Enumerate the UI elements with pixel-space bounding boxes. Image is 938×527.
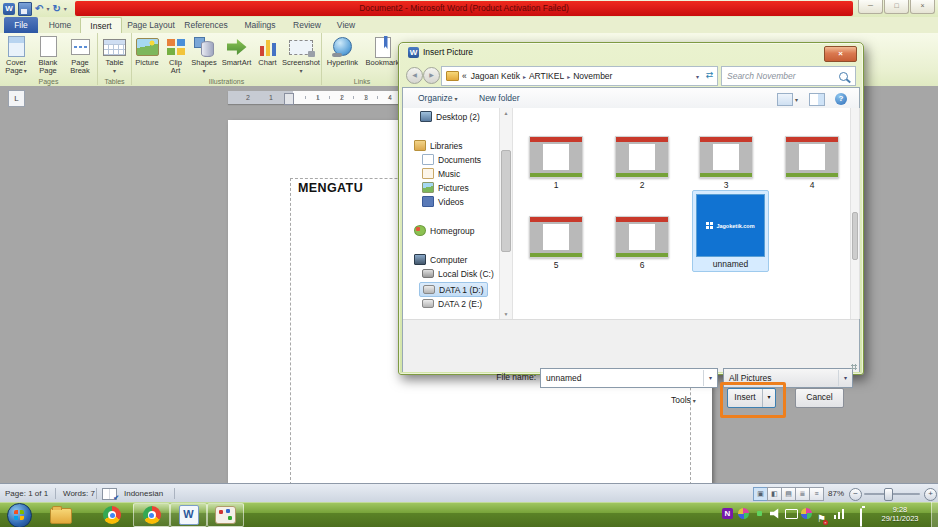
shapes-button[interactable]: Shapes▾ (189, 34, 219, 77)
zoom-level[interactable]: 87% (828, 489, 844, 498)
file-item-5[interactable]: 5 (521, 216, 591, 270)
nav-item-libraries[interactable]: Libraries (411, 139, 466, 152)
organize-menu[interactable]: Organize▾ (418, 93, 458, 103)
view-draft-button[interactable]: ≡ (809, 487, 824, 501)
views-button[interactable]: ▾ (777, 93, 798, 106)
close-button[interactable]: × (910, 0, 935, 14)
tray-battery-icon[interactable] (860, 508, 862, 527)
dialog-help-button[interactable]: ? (835, 93, 847, 105)
nav-item-documents[interactable]: Documents (419, 153, 484, 166)
tray-onenote-icon[interactable]: N (722, 508, 733, 519)
cover-page-button[interactable]: CoverPage▾ (0, 34, 32, 77)
cancel-button[interactable]: Cancel (795, 388, 844, 408)
scrollbar-thumb[interactable] (501, 150, 511, 252)
language-indicator[interactable]: Indonesian (124, 489, 163, 498)
dropdown-icon[interactable]: ▾ (838, 370, 852, 386)
preview-pane-button[interactable] (809, 93, 825, 106)
show-desktop-button[interactable] (931, 502, 938, 527)
nav-item-data2-e[interactable]: DATA 2 (E:) (419, 297, 485, 310)
breadcrumb-item[interactable]: Jagoan Ketik (471, 71, 520, 81)
tab-page-layout[interactable]: Page Layout (124, 17, 178, 33)
zoom-slider-thumb[interactable] (884, 488, 893, 501)
tray-app-icon[interactable] (801, 508, 812, 519)
scroll-up-icon[interactable]: ▲ (500, 110, 512, 116)
nav-item-homegroup[interactable]: Homegroup (411, 224, 477, 237)
undo-button[interactable]: ↶ (35, 3, 43, 15)
qat-customize-icon[interactable]: ▾ (64, 3, 67, 15)
file-item-1[interactable]: 1 (521, 136, 591, 190)
dropdown-icon[interactable]: ▾ (703, 370, 717, 386)
tray-network-icon[interactable] (834, 508, 845, 519)
dialog-close-button[interactable]: × (824, 46, 857, 62)
tray-display-icon[interactable] (785, 509, 798, 519)
file-item-3[interactable]: 3 (691, 136, 761, 190)
smartart-button[interactable]: SmartArt (219, 34, 254, 77)
zoom-in-button[interactable]: + (924, 488, 937, 501)
blank-page-button[interactable]: BlankPage (32, 34, 64, 77)
nav-item-pictures[interactable]: Pictures (419, 181, 472, 194)
taskbar-chrome-active-button[interactable] (133, 503, 170, 527)
view-web-layout-button[interactable]: ▤ (781, 487, 796, 501)
tray-app-icon[interactable] (738, 508, 749, 519)
view-print-layout-button[interactable]: ▣ (753, 487, 768, 501)
screenshot-button[interactable]: Screenshot▾ (281, 34, 321, 77)
file-item-unnamed-selected[interactable]: Jagoketik.com unnamed (692, 190, 769, 272)
word-count[interactable]: Words: 7 (63, 489, 95, 498)
hyperlink-button[interactable]: Hyperlink (322, 34, 363, 77)
save-button[interactable] (18, 2, 32, 16)
refresh-button[interactable]: ⇄ (702, 66, 718, 86)
resize-grip[interactable] (851, 364, 857, 370)
file-item-4[interactable]: 4 (777, 136, 847, 190)
tab-references[interactable]: References (180, 17, 232, 33)
scroll-down-icon[interactable]: ▼ (500, 311, 512, 317)
taskbar-chrome-button[interactable] (103, 506, 121, 524)
start-button[interactable] (7, 503, 32, 527)
file-name-combobox[interactable]: unnamed ▾ (540, 368, 718, 388)
minimize-button[interactable]: ─ (858, 0, 883, 14)
clip-art-button[interactable]: ClipArt (162, 34, 189, 77)
scrollbar-thumb[interactable] (852, 212, 858, 260)
search-box[interactable]: Search November (721, 66, 856, 86)
tab-review[interactable]: Review (288, 17, 326, 33)
tray-action-center-icon[interactable]: ⚑× (817, 513, 826, 524)
view-fullscreen-button[interactable]: ◧ (767, 487, 782, 501)
tab-home[interactable]: Home (42, 17, 78, 33)
tab-mailings[interactable]: Mailings (238, 17, 282, 33)
taskbar-explorer-button[interactable] (50, 508, 72, 524)
page-break-button[interactable]: PageBreak (64, 34, 96, 77)
new-folder-button[interactable]: New folder (479, 93, 520, 103)
picture-button[interactable]: Picture (132, 34, 162, 77)
zoom-out-button[interactable]: − (849, 488, 862, 501)
breadcrumb-item[interactable]: November (573, 71, 612, 81)
indent-marker[interactable] (284, 93, 294, 105)
nav-item-desktop[interactable]: Desktop (2) (417, 110, 483, 123)
spellcheck-icon[interactable]: ✔ (102, 488, 117, 500)
maximize-button[interactable]: □ (884, 0, 909, 14)
file-item-6[interactable]: 6 (607, 216, 677, 270)
tab-view[interactable]: View (330, 17, 362, 33)
nav-item-videos[interactable]: Videos (419, 195, 467, 208)
breadcrumb-item[interactable]: ARTIKEL (529, 71, 564, 81)
undo-dropdown-icon[interactable]: ▾ (46, 3, 49, 15)
files-scrollbar[interactable] (850, 108, 860, 319)
forward-button[interactable]: ▶ (423, 67, 440, 84)
nav-scrollbar[interactable]: ▲ ▼ (499, 108, 513, 319)
taskbar-paint-button[interactable] (207, 503, 244, 527)
page-count[interactable]: Page: 1 of 1 (5, 489, 48, 498)
nav-item-local-disk-c[interactable]: Local Disk (C:) (419, 267, 497, 280)
redo-button[interactable]: ↻ (52, 3, 60, 15)
tools-menu[interactable]: Tools▾ (671, 395, 696, 405)
view-outline-button[interactable]: ≣ (795, 487, 810, 501)
nav-item-music[interactable]: Music (419, 167, 463, 180)
file-item-2[interactable]: 2 (607, 136, 677, 190)
chart-button[interactable]: Chart (254, 34, 281, 77)
tab-file[interactable]: File (4, 17, 38, 33)
tab-insert[interactable]: Insert (80, 17, 122, 34)
back-button[interactable]: ◀ (406, 67, 423, 84)
address-bar[interactable]: « Jagoan Ketik ▸ ARTIKEL ▸ November ▾ (441, 66, 704, 86)
table-button[interactable]: Table▾ (98, 34, 131, 77)
nav-item-data1-d[interactable]: DATA 1 (D:) (419, 282, 488, 297)
tab-stop-selector[interactable]: L (8, 90, 25, 107)
nav-item-computer[interactable]: Computer (411, 253, 470, 266)
taskbar-clock[interactable]: 9:28 29/11/2023 (872, 505, 928, 523)
